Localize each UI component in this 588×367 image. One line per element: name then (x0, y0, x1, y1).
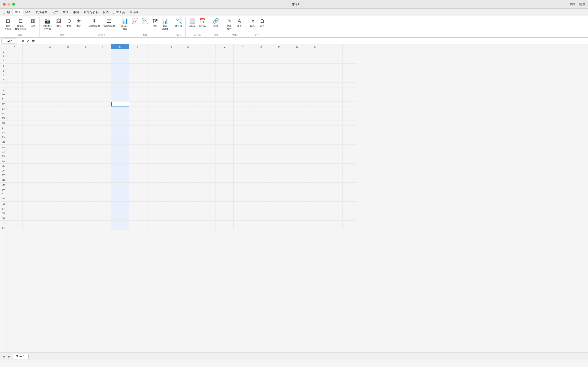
row-num-29[interactable]: 29 (0, 183, 7, 187)
col-header-G[interactable]: G (111, 44, 129, 49)
cell-J8[interactable] (163, 83, 179, 87)
cell-Q17[interactable] (288, 125, 306, 130)
cell-I35[interactable] (147, 211, 163, 216)
cell-Q10[interactable] (288, 92, 306, 97)
cell-O7[interactable] (252, 78, 270, 83)
cell-L28[interactable] (197, 178, 216, 183)
cell-E4[interactable] (77, 64, 95, 68)
cell-A14[interactable] (7, 111, 23, 116)
cell-D5[interactable] (59, 68, 77, 73)
cell-I18[interactable] (147, 130, 163, 135)
cell-Q24[interactable] (288, 159, 306, 164)
cell-T13[interactable] (343, 107, 356, 111)
cell-C14[interactable] (41, 111, 59, 116)
cell-H20[interactable] (129, 140, 147, 144)
cell-N5[interactable] (234, 68, 252, 73)
cell-L5[interactable] (197, 68, 216, 73)
cell-Q32[interactable] (288, 197, 306, 202)
cell-H38[interactable] (129, 225, 147, 230)
cell-O9[interactable] (252, 87, 270, 92)
cell-H10[interactable] (129, 92, 147, 97)
cell-M38[interactable] (216, 225, 234, 230)
cell-H11[interactable] (129, 97, 147, 102)
row-num-23[interactable]: 23 (0, 154, 7, 159)
cell-H25[interactable] (129, 164, 147, 168)
cell-S21[interactable] (324, 144, 343, 149)
cell-Q29[interactable] (288, 183, 306, 187)
cell-M21[interactable] (216, 144, 234, 149)
cell-B12[interactable] (23, 102, 41, 107)
cell-N28[interactable] (234, 178, 252, 183)
cell-A30[interactable] (7, 187, 23, 192)
cell-G38[interactable] (111, 225, 129, 230)
cell-I2[interactable] (147, 54, 163, 59)
cell-E9[interactable] (77, 87, 95, 92)
row-num-17[interactable]: 17 (0, 125, 7, 130)
cell-C5[interactable] (41, 68, 59, 73)
cell-M31[interactable] (216, 192, 234, 197)
cell-B25[interactable] (23, 164, 41, 168)
cell-A29[interactable] (7, 183, 23, 187)
cell-C35[interactable] (41, 211, 59, 216)
cell-T26[interactable] (343, 168, 356, 173)
cell-N32[interactable] (234, 197, 252, 202)
cell-P28[interactable] (270, 178, 288, 183)
cell-T21[interactable] (343, 144, 356, 149)
cell-C13[interactable] (41, 107, 59, 111)
cell-M14[interactable] (216, 111, 234, 116)
cell-Q18[interactable] (288, 130, 306, 135)
cell-L3[interactable] (197, 59, 216, 64)
cell-S34[interactable] (324, 206, 343, 211)
row-num-38[interactable]: 38 (0, 225, 7, 230)
cell-B22[interactable] (23, 149, 41, 154)
cell-S4[interactable] (324, 64, 343, 68)
cell-F15[interactable] (95, 116, 111, 121)
cell-O14[interactable] (252, 111, 270, 116)
cell-J37[interactable] (163, 221, 179, 225)
cell-S22[interactable] (324, 149, 343, 154)
row-num-6[interactable]: 6 (0, 73, 7, 78)
cell-E28[interactable] (77, 178, 95, 183)
cell-J34[interactable] (163, 206, 179, 211)
cell-J12[interactable] (163, 102, 179, 107)
col-header-C[interactable]: C (41, 44, 59, 49)
cell-I27[interactable] (147, 173, 163, 178)
cell-I9[interactable] (147, 87, 163, 92)
cell-E26[interactable] (77, 168, 95, 173)
cell-K10[interactable] (179, 92, 197, 97)
cell-G21[interactable] (111, 144, 129, 149)
cell-J38[interactable] (163, 225, 179, 230)
cell-I16[interactable] (147, 121, 163, 125)
cell-A20[interactable] (7, 140, 23, 144)
formula-confirm-button[interactable]: ✓ (26, 39, 30, 43)
cell-O10[interactable] (252, 92, 270, 97)
cell-G4[interactable] (111, 64, 129, 68)
cell-N19[interactable] (234, 135, 252, 140)
cell-Q20[interactable] (288, 140, 306, 144)
cell-P36[interactable] (270, 216, 288, 221)
cell-C2[interactable] (41, 54, 59, 59)
cell-B24[interactable] (23, 159, 41, 164)
col-header-S[interactable]: S (324, 44, 343, 49)
cell-O37[interactable] (252, 221, 270, 225)
cell-P30[interactable] (270, 187, 288, 192)
cell-P31[interactable] (270, 192, 288, 197)
cell-J22[interactable] (163, 149, 179, 154)
cell-I13[interactable] (147, 107, 163, 111)
cell-M3[interactable] (216, 59, 234, 64)
cell-J28[interactable] (163, 178, 179, 183)
cell-B20[interactable] (23, 140, 41, 144)
cell-M22[interactable] (216, 149, 234, 154)
cell-M13[interactable] (216, 107, 234, 111)
cell-I20[interactable] (147, 140, 163, 144)
cell-K11[interactable] (179, 97, 197, 102)
cell-A15[interactable] (7, 116, 23, 121)
cell-H35[interactable] (129, 211, 147, 216)
cell-R36[interactable] (306, 216, 324, 221)
cell-B27[interactable] (23, 173, 41, 178)
cell-L25[interactable] (197, 164, 216, 168)
cell-H28[interactable] (129, 178, 147, 183)
cell-D28[interactable] (59, 178, 77, 183)
cell-A7[interactable] (7, 78, 23, 83)
cell-O32[interactable] (252, 197, 270, 202)
